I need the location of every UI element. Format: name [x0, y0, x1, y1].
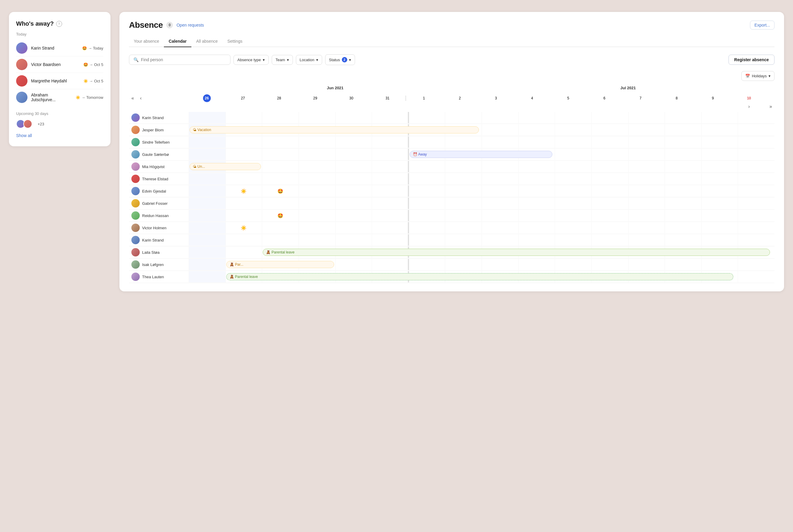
calendar-person-cell[interactable]: Therese Elstad	[129, 173, 189, 185]
calendar-day-cell	[225, 247, 262, 258]
search-input[interactable]	[141, 57, 226, 62]
location-filter[interactable]: Location ▾	[296, 55, 322, 65]
nav-double-right[interactable]: »	[767, 103, 774, 111]
help-icon[interactable]: ?	[56, 21, 62, 27]
calendar-person-cell[interactable]: Karin Strand	[129, 112, 189, 124]
calendar-day-cell	[518, 259, 555, 270]
calendar-day-cell	[372, 173, 409, 185]
calendar-day-cell	[701, 149, 738, 160]
nav-right[interactable]: ›	[731, 103, 767, 111]
person-row[interactable]: Margrethe Høydahl ☀️ → Oct 5	[16, 73, 103, 89]
calendar-person-cell[interactable]: Edvin Gjesdal	[129, 185, 189, 197]
person-row[interactable]: Victor Baardsen 🤩 → Oct 5	[16, 56, 103, 73]
day-header: 2	[441, 96, 478, 101]
calendar-row: Therese Elstad	[129, 173, 774, 185]
calendar-person-avatar	[131, 236, 140, 244]
open-requests-link[interactable]: Open requests	[176, 23, 204, 27]
day-header: 27	[225, 96, 261, 101]
person-row[interactable]: Abraham Jutschjurve... ☀️ → Tomorrow	[16, 89, 103, 106]
calendar-person-cell[interactable]: Sindre Tellefsen	[129, 136, 189, 148]
calendar-day-cell	[591, 198, 628, 209]
calendar-day-cell	[372, 161, 409, 172]
calendar-person-cell[interactable]: Reidun Hassan	[129, 210, 189, 222]
register-absence-button[interactable]: Register absence	[729, 55, 774, 65]
holidays-button[interactable]: 📅 Holidays ▾	[741, 71, 774, 81]
calendar-day-cell	[189, 185, 225, 197]
calendar-day-cell	[628, 112, 665, 123]
calendar-row: Sindre Tellefsen	[129, 136, 774, 148]
calendar-person-cell[interactable]: Gabriel Fosser	[129, 197, 189, 209]
calendar-person-avatar	[131, 150, 140, 158]
calendar-person-cell[interactable]: Gaute Sæterbø	[129, 148, 189, 160]
calendar-person-cell[interactable]: Mia Högqvist	[129, 160, 189, 173]
calendar-person-avatar	[131, 163, 140, 171]
nav-double-left[interactable]: «	[129, 94, 136, 102]
tab-calendar[interactable]: Calendar	[164, 36, 191, 47]
calendar-day-cell: 🌤 Un...	[189, 161, 225, 172]
nav-left[interactable]: ‹	[138, 94, 144, 102]
calendar-day-cell	[335, 185, 372, 197]
calendar-day-cell	[665, 173, 701, 185]
calendar-person-cell[interactable]: Thea Lauten	[129, 271, 189, 283]
tab-settings[interactable]: Settings	[223, 36, 247, 47]
absence-bar[interactable]: ⏰ Away	[410, 151, 553, 158]
calendar-day-cell	[628, 222, 665, 233]
months-header: Jun 2021 Jul 2021	[129, 84, 774, 93]
tab-all-absence[interactable]: All absence	[191, 36, 223, 47]
calendar-day-cell	[555, 112, 591, 123]
calendar-person-name: Therese Elstad	[142, 177, 168, 181]
calendar-day-cell	[409, 259, 445, 270]
absence-bar[interactable]: 🧸 Parental leave	[263, 249, 770, 256]
calendar-person-cell[interactable]: Laila Støa	[129, 246, 189, 258]
team-filter[interactable]: Team ▾	[272, 55, 293, 65]
calendar-day-cell	[299, 210, 335, 221]
show-all-link[interactable]: Show all	[16, 133, 103, 138]
calendar-person-cell[interactable]: Jesper Blom	[129, 124, 189, 136]
absence-bar[interactable]: 🌤 Un...	[190, 163, 261, 170]
absence-type-filter[interactable]: Absence type ▾	[233, 55, 269, 65]
calendar-day-cell	[262, 234, 299, 246]
day-header: 26	[189, 94, 225, 103]
calendar-person-name: Sindre Tellefsen	[142, 140, 170, 145]
export-button[interactable]: Export...	[750, 21, 774, 30]
calendar-day-cell	[189, 173, 225, 185]
day-header: 10	[731, 96, 767, 101]
tab-your-absence[interactable]: Your absence	[129, 36, 164, 47]
calendar-day-cell	[225, 112, 262, 123]
calendar-day-cell	[189, 247, 225, 258]
calendar-person-avatar	[131, 211, 140, 220]
absence-bar[interactable]: 🧸 Parental leave	[226, 273, 734, 280]
calendar-day-cell	[518, 173, 555, 185]
calendar-day-cell	[225, 136, 262, 148]
calendar-person-cell[interactable]: Victor Holmen	[129, 222, 189, 234]
avatar-stack-2	[23, 119, 32, 128]
calendar-day-cell: ☀️	[225, 222, 262, 233]
calendar-day-cell: 🌤 Vacation	[189, 124, 225, 135]
search-box[interactable]: 🔍	[129, 55, 230, 65]
calendar-person-name: Jesper Blom	[142, 128, 164, 132]
calendar-person-avatar	[131, 126, 140, 134]
calendar-day-cell: 🤩	[262, 185, 299, 197]
calendar-day-cell	[409, 234, 445, 246]
main-panel: Absence 0 Open requests Export... Your a…	[119, 12, 784, 291]
absence-type-label: Absence type	[238, 58, 261, 62]
calendar-person-cell[interactable]: Isak Løfgren	[129, 259, 189, 270]
status-filter[interactable]: Status 2 ▾	[325, 54, 355, 65]
calendar-day-cell	[445, 185, 482, 197]
calendar-day-cell	[591, 112, 628, 123]
absence-bar[interactable]: 🌤 Vacation	[190, 126, 479, 133]
calendar-day-cell	[591, 124, 628, 135]
calendar-day-cell	[555, 198, 591, 209]
day-header: 9	[695, 96, 731, 101]
day-header: 5	[550, 96, 586, 101]
calendar-day-cell	[738, 271, 774, 282]
calendar-person-cell[interactable]: Karin Strand	[129, 234, 189, 246]
calendar-day-cell	[482, 210, 518, 221]
absence-bar[interactable]: 🧸 Par...	[226, 261, 334, 268]
calendar-day-cell	[665, 136, 701, 148]
person-row[interactable]: Karin Strand 🤩 → Today	[16, 40, 103, 56]
calendar-day-cell	[335, 210, 372, 221]
calendar-day-cell	[335, 234, 372, 246]
calendar-day-cell	[738, 234, 774, 246]
calendar-day-cell: 🧸 Par...	[225, 259, 262, 270]
